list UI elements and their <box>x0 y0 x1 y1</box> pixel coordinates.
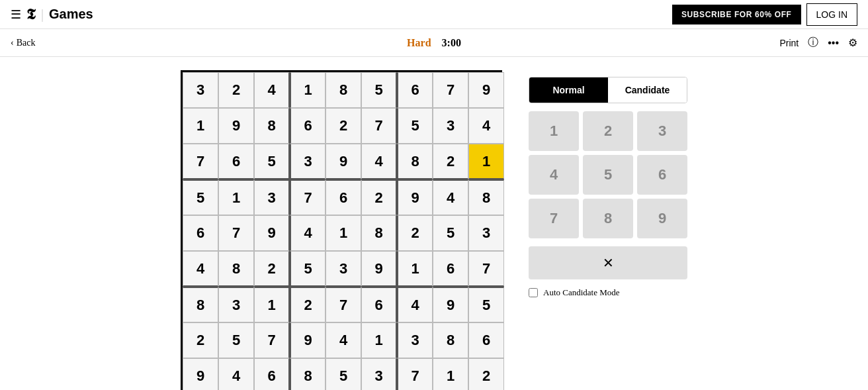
table-row[interactable]: 1 <box>218 179 254 215</box>
table-row[interactable]: 5 <box>433 215 468 251</box>
table-row[interactable]: 6 <box>468 322 504 358</box>
delete-button[interactable]: ✕ <box>529 246 687 279</box>
numpad-button-3[interactable]: 3 <box>637 111 687 151</box>
table-row[interactable]: 7 <box>290 179 326 215</box>
table-row[interactable]: 4 <box>397 287 433 322</box>
settings-button[interactable]: ⚙ <box>848 36 857 49</box>
print-button[interactable]: Print <box>779 38 799 48</box>
table-row[interactable]: 7 <box>326 287 361 322</box>
numpad-button-2[interactable]: 2 <box>583 111 633 151</box>
table-row[interactable]: 8 <box>433 322 468 358</box>
table-row[interactable]: 8 <box>326 72 361 108</box>
table-row[interactable]: 6 <box>254 358 290 390</box>
back-button[interactable]: ‹ Back <box>11 38 35 48</box>
numpad-button-5[interactable]: 5 <box>583 155 633 195</box>
table-row[interactable]: 9 <box>290 322 326 358</box>
table-row[interactable]: 7 <box>397 358 433 390</box>
table-row[interactable]: 6 <box>397 72 433 108</box>
table-row[interactable]: 9 <box>361 251 397 287</box>
table-row[interactable]: 4 <box>254 72 290 108</box>
table-row[interactable]: 9 <box>183 358 218 390</box>
table-row[interactable]: 3 <box>218 287 254 322</box>
table-row[interactable]: 5 <box>254 144 290 179</box>
table-row[interactable]: 7 <box>468 251 504 287</box>
table-row[interactable]: 7 <box>218 215 254 251</box>
table-row[interactable]: 8 <box>468 179 504 215</box>
table-row[interactable]: 3 <box>397 322 433 358</box>
table-row[interactable]: 6 <box>183 215 218 251</box>
table-row[interactable]: 5 <box>397 108 433 144</box>
normal-mode-button[interactable]: Normal <box>529 77 608 103</box>
numpad-button-4[interactable]: 4 <box>529 155 579 195</box>
table-row[interactable]: 4 <box>290 215 326 251</box>
table-row[interactable]: 1 <box>433 358 468 390</box>
table-row[interactable]: 1 <box>326 215 361 251</box>
table-row[interactable]: 2 <box>433 144 468 179</box>
table-row[interactable]: 2 <box>254 251 290 287</box>
numpad-button-1[interactable]: 1 <box>529 111 579 151</box>
table-row[interactable]: 4 <box>218 358 254 390</box>
table-row[interactable]: 4 <box>361 144 397 179</box>
table-row[interactable]: 2 <box>183 322 218 358</box>
table-row[interactable]: 2 <box>290 287 326 322</box>
table-row[interactable]: 7 <box>433 72 468 108</box>
table-row[interactable]: 9 <box>397 179 433 215</box>
table-row[interactable]: 2 <box>361 179 397 215</box>
table-row[interactable]: 9 <box>433 287 468 322</box>
table-row[interactable]: 6 <box>326 179 361 215</box>
table-row[interactable]: 2 <box>468 358 504 390</box>
table-row[interactable]: 2 <box>218 72 254 108</box>
table-row[interactable]: 6 <box>361 287 397 322</box>
more-button[interactable]: ••• <box>828 37 839 49</box>
table-row[interactable]: 5 <box>183 179 218 215</box>
sudoku-grid[interactable]: 3241856791986275347653948215137629486794… <box>181 70 502 390</box>
table-row[interactable]: 3 <box>290 144 326 179</box>
table-row[interactable]: 9 <box>326 144 361 179</box>
table-row[interactable]: 8 <box>254 108 290 144</box>
table-row[interactable]: 6 <box>290 108 326 144</box>
table-row[interactable]: 6 <box>433 251 468 287</box>
table-row[interactable]: 3 <box>468 215 504 251</box>
table-row[interactable]: 3 <box>433 108 468 144</box>
table-row[interactable]: 9 <box>254 215 290 251</box>
table-row[interactable]: 7 <box>183 144 218 179</box>
numpad-button-6[interactable]: 6 <box>637 155 687 195</box>
table-row[interactable]: 7 <box>361 108 397 144</box>
table-row[interactable]: 8 <box>397 144 433 179</box>
table-row[interactable]: 1 <box>183 108 218 144</box>
hamburger-icon[interactable]: ☰ <box>11 7 21 22</box>
table-row[interactable]: 3 <box>326 251 361 287</box>
table-row[interactable]: 9 <box>218 108 254 144</box>
table-row[interactable]: 4 <box>326 322 361 358</box>
table-row[interactable]: 4 <box>183 251 218 287</box>
table-row[interactable]: 1 <box>290 72 326 108</box>
subscribe-button[interactable]: SUBSCRIBE FOR 60% OFF <box>672 5 801 24</box>
table-row[interactable]: 7 <box>254 322 290 358</box>
table-row[interactable]: 3 <box>361 358 397 390</box>
table-row[interactable]: 2 <box>397 215 433 251</box>
table-row[interactable]: 5 <box>361 72 397 108</box>
table-row[interactable]: 3 <box>254 179 290 215</box>
table-row[interactable]: 1 <box>361 322 397 358</box>
table-row[interactable]: 4 <box>433 179 468 215</box>
table-row[interactable]: 4 <box>468 108 504 144</box>
table-row[interactable]: 6 <box>218 144 254 179</box>
table-row[interactable]: 8 <box>183 287 218 322</box>
table-row[interactable]: 3 <box>183 72 218 108</box>
numpad-button-7[interactable]: 7 <box>529 199 579 238</box>
table-row[interactable]: 1 <box>397 251 433 287</box>
table-row[interactable]: 8 <box>361 215 397 251</box>
numpad-button-8[interactable]: 8 <box>583 199 633 238</box>
table-row[interactable]: 5 <box>326 358 361 390</box>
numpad-button-9[interactable]: 9 <box>637 199 687 238</box>
candidate-mode-button[interactable]: Candidate <box>608 77 687 103</box>
table-row[interactable]: 2 <box>326 108 361 144</box>
table-row[interactable]: 1 <box>468 144 504 179</box>
login-button[interactable]: LOG IN <box>806 3 857 26</box>
table-row[interactable]: 5 <box>468 287 504 322</box>
table-row[interactable]: 8 <box>218 251 254 287</box>
table-row[interactable]: 5 <box>218 322 254 358</box>
table-row[interactable]: 9 <box>468 72 504 108</box>
help-button[interactable]: ⓘ <box>808 36 818 50</box>
auto-candidate-checkbox[interactable] <box>529 288 538 297</box>
